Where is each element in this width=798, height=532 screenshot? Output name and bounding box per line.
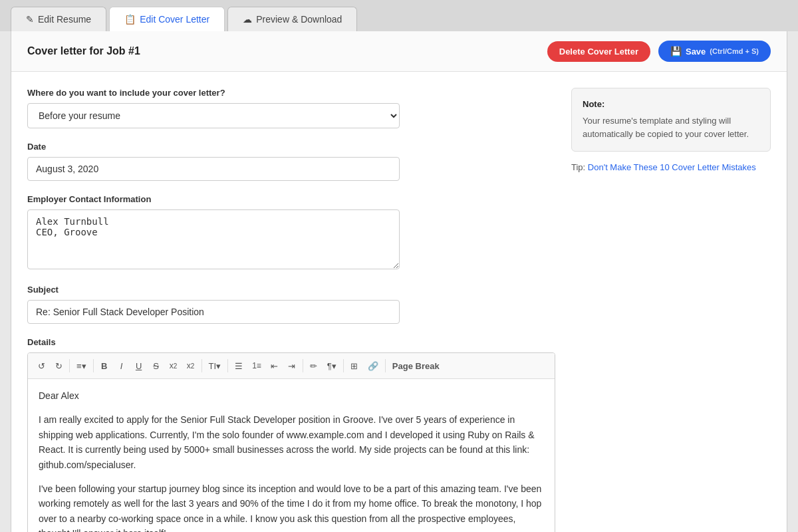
bullet-list-button[interactable]: ☰ [231, 357, 247, 374]
toolbar-divider-6 [343, 359, 344, 372]
strikethrough-button[interactable]: S [148, 357, 164, 374]
main-container: Cover letter for Job #1 Delete Cover Let… [11, 31, 787, 532]
underline-button[interactable]: U [131, 357, 147, 374]
tip-link[interactable]: Don't Make These 10 Cover Letter Mistake… [588, 162, 756, 172]
font-size-button[interactable]: TI▾ [205, 357, 225, 374]
tab-edit-cover-letter[interactable]: 📋 Edit Cover Letter [109, 7, 225, 31]
save-shortcut: (Ctrl/Cmd + S) [710, 47, 759, 55]
page-break-button[interactable]: Page Break [388, 357, 444, 374]
save-icon: 💾 [670, 46, 682, 57]
delete-cover-letter-button[interactable]: Delete Cover Letter [547, 41, 650, 62]
ordered-list-button[interactable]: 1≡ [248, 357, 265, 374]
outdent-button[interactable]: ⇤ [267, 357, 283, 374]
note-text: Your resume's template and styling will … [583, 114, 759, 140]
highlight-button[interactable]: ✏ [306, 357, 322, 374]
undo-button[interactable]: ↺ [33, 357, 49, 374]
tip-container: Tip: Don't Make These 10 Cover Letter Mi… [571, 162, 771, 172]
tip-prefix: Tip: [571, 162, 588, 172]
tab-edit-cover-letter-label: Edit Cover Letter [140, 14, 209, 25]
tab-preview-download-label: Preview & Download [256, 14, 342, 25]
side-section: Note: Your resume's template and styling… [571, 88, 771, 532]
preview-download-icon: ☁ [243, 14, 252, 25]
superscript-button[interactable]: x2 [183, 357, 199, 374]
rte-paragraph-body1: I am really excited to apply for the Sen… [39, 412, 544, 472]
note-box: Note: Your resume's template and styling… [571, 88, 771, 152]
edit-resume-icon: ✎ [26, 14, 34, 25]
note-title: Note: [583, 99, 759, 109]
details-label: Details [27, 337, 555, 347]
content-area: Where do you want to include your cover … [11, 72, 787, 532]
form-section: Where do you want to include your cover … [27, 88, 555, 532]
toolbar-divider-3 [201, 359, 202, 372]
align-button[interactable]: ≡▾ [72, 357, 90, 374]
bold-button[interactable]: B [96, 357, 112, 374]
employer-textarea[interactable]: Alex Turnbull CEO, Groove [27, 209, 400, 269]
cover-letter-title: Cover letter for Job #1 [27, 45, 140, 57]
employer-label: Employer Contact Information [27, 194, 555, 204]
header-actions: Delete Cover Letter 💾 Save (Ctrl/Cmd + S… [547, 41, 771, 62]
toolbar-divider-1 [69, 359, 70, 372]
redo-button[interactable]: ↻ [51, 357, 66, 374]
date-label: Date [27, 142, 555, 152]
details-field-group: Details ↺ ↻ ≡▾ B I U S x2 x2 [27, 337, 555, 532]
tab-preview-download[interactable]: ☁ Preview & Download [227, 7, 357, 31]
edit-cover-letter-icon: 📋 [124, 14, 136, 25]
paragraph-button[interactable]: ¶▾ [323, 357, 340, 374]
placement-select[interactable]: Before your resume After your resume Sep… [27, 103, 400, 128]
rte-content[interactable]: Dear Alex I am really excited to apply f… [28, 379, 555, 532]
table-button[interactable]: ⊞ [346, 357, 362, 374]
subject-field-group: Subject [27, 285, 555, 324]
subject-input[interactable] [27, 300, 400, 324]
indent-button[interactable]: ⇥ [284, 357, 300, 374]
rich-text-editor: ↺ ↻ ≡▾ B I U S x2 x2 TI▾ ☰ [27, 352, 555, 532]
placement-field-group: Where do you want to include your cover … [27, 88, 555, 128]
link-button[interactable]: 🔗 [364, 357, 382, 374]
toolbar-divider-7 [385, 359, 386, 372]
italic-button[interactable]: I [114, 357, 130, 374]
placement-label: Where do you want to include your cover … [27, 88, 555, 98]
date-field-group: Date [27, 142, 555, 181]
rte-toolbar: ↺ ↻ ≡▾ B I U S x2 x2 TI▾ ☰ [28, 353, 555, 379]
tab-bar: ✎ Edit Resume 📋 Edit Cover Letter ☁ Prev… [0, 0, 798, 31]
header-bar: Cover letter for Job #1 Delete Cover Let… [11, 31, 787, 72]
rte-paragraph-body2: I've been following your startup journey… [39, 481, 544, 532]
date-input[interactable] [27, 157, 400, 181]
subscript-button[interactable]: x2 [166, 357, 182, 374]
subject-label: Subject [27, 285, 555, 295]
toolbar-divider-2 [93, 359, 94, 372]
toolbar-divider-5 [303, 359, 303, 372]
employer-field-group: Employer Contact Information Alex Turnbu… [27, 194, 555, 271]
tab-edit-resume-label: Edit Resume [38, 14, 91, 25]
save-button[interactable]: 💾 Save (Ctrl/Cmd + S) [658, 41, 771, 62]
toolbar-divider-4 [227, 359, 228, 372]
save-label: Save [686, 47, 706, 57]
rte-paragraph-greeting: Dear Alex [39, 388, 544, 403]
tab-edit-resume[interactable]: ✎ Edit Resume [11, 7, 106, 31]
